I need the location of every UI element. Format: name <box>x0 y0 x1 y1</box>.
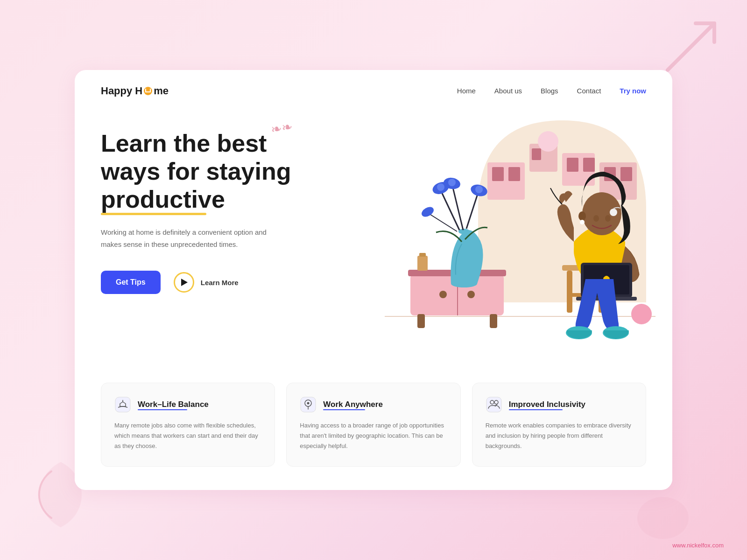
nav-link-blogs[interactable]: Blogs <box>541 87 558 95</box>
nav-item-contact[interactable]: Contact <box>577 87 601 95</box>
feature-card-inclusivity: Improved Inclusivity Remote work enables… <box>472 383 646 467</box>
nav-item-home[interactable]: Home <box>457 87 476 95</box>
svg-rect-17 <box>490 314 497 328</box>
svg-point-47 <box>610 209 617 216</box>
feature-card-anywhere: Work Anywhere Having access to a broader… <box>286 383 460 467</box>
svg-point-58 <box>307 402 310 405</box>
footer-credit: www.nickelfox.com <box>672 542 724 549</box>
play-button-circle[interactable] <box>174 272 194 293</box>
card-title-anywhere: Work Anywhere <box>323 400 383 409</box>
card-title-inclusivity: Improved Inclusivity <box>509 400 585 409</box>
svg-rect-22 <box>417 256 428 271</box>
svg-point-13 <box>538 131 558 152</box>
learn-more-label: Learn More <box>201 279 239 287</box>
hero-subtitle: Working at home is definitely a convenie… <box>101 226 278 250</box>
hero-title-line1: Learn the best <box>101 130 267 157</box>
play-icon <box>181 279 188 286</box>
card-text-balance: Many remote jobs also come with flexible… <box>114 420 261 451</box>
get-tips-button[interactable]: Get Tips <box>101 271 161 294</box>
hero-svg-illustration <box>338 106 655 368</box>
svg-point-20 <box>467 291 475 298</box>
card-header-balance: Work–Life Balance <box>114 396 261 413</box>
svg-rect-7 <box>508 167 520 181</box>
svg-rect-9 <box>567 158 578 172</box>
svg-rect-23 <box>419 253 426 257</box>
svg-point-43 <box>578 211 586 221</box>
nav-item-blogs[interactable]: Blogs <box>541 87 558 95</box>
svg-point-46 <box>605 215 611 222</box>
nav-item-try[interactable]: Try now <box>620 87 646 95</box>
card-title-balance: Work–Life Balance <box>138 400 209 409</box>
svg-point-25 <box>458 229 470 234</box>
svg-point-31 <box>448 179 456 186</box>
balance-icon <box>114 396 131 413</box>
logo-text-before: Happy H <box>101 85 142 97</box>
hero-actions: Get Tips Learn More <box>101 271 344 294</box>
svg-rect-54 <box>115 397 130 412</box>
svg-point-28 <box>437 183 444 191</box>
nav-link-contact[interactable]: Contact <box>577 87 601 95</box>
hero-title-line3: productive <box>101 186 225 214</box>
card-text-inclusivity: Remote work enables companies to embrace… <box>486 420 633 451</box>
card-header-anywhere: Work Anywhere <box>300 396 447 413</box>
svg-rect-8 <box>532 148 541 160</box>
hero-section: ❧❧ Learn the best ways for staying produ… <box>75 106 672 368</box>
svg-point-44 <box>580 220 585 224</box>
svg-line-32 <box>466 193 478 229</box>
nav-link-try-now[interactable]: Try now <box>620 87 646 95</box>
svg-line-26 <box>441 190 459 230</box>
hero-title: Learn the best ways for staying producti… <box>101 130 344 213</box>
logo: Happy H me <box>101 85 169 97</box>
bg-shape-right <box>635 495 691 541</box>
features-section: Work–Life Balance Many remote jobs also … <box>75 368 672 489</box>
learn-more-button[interactable]: Learn More <box>174 272 239 293</box>
svg-rect-59 <box>486 397 501 412</box>
logo-home-icon <box>144 87 152 95</box>
hero-text: Learn the best ways for staying producti… <box>101 116 344 294</box>
bg-arrow-decoration <box>663 19 719 75</box>
svg-rect-56 <box>301 397 316 412</box>
nav-links: Home About us Blogs Contact Try now <box>457 87 646 95</box>
svg-rect-10 <box>583 158 595 172</box>
svg-point-0 <box>637 497 689 539</box>
svg-point-45 <box>593 215 599 222</box>
navbar: Happy H me Home About us Blogs Contact T… <box>75 70 672 106</box>
svg-point-34 <box>475 186 483 193</box>
card-header-inclusivity: Improved Inclusivity <box>486 396 633 413</box>
hero-illustration <box>344 116 646 368</box>
card-text-anywhere: Having access to a broader range of job … <box>300 420 447 451</box>
nav-item-about[interactable]: About us <box>494 87 522 95</box>
svg-point-19 <box>439 291 447 298</box>
svg-rect-12 <box>620 167 632 181</box>
svg-line-29 <box>452 186 463 230</box>
location-icon <box>300 396 317 413</box>
feature-card-balance: Work–Life Balance Many remote jobs also … <box>101 383 275 467</box>
inclusivity-icon <box>486 396 502 413</box>
nav-link-home[interactable]: Home <box>457 87 476 95</box>
svg-rect-6 <box>492 167 504 181</box>
svg-point-53 <box>631 304 652 324</box>
main-card: Happy H me Home About us Blogs Contact T… <box>75 70 672 490</box>
svg-rect-16 <box>417 314 425 328</box>
hero-title-line2: ways for staying <box>101 158 291 185</box>
logo-text-after: me <box>154 85 169 97</box>
nav-link-about[interactable]: About us <box>494 87 522 95</box>
svg-rect-38 <box>567 271 572 313</box>
